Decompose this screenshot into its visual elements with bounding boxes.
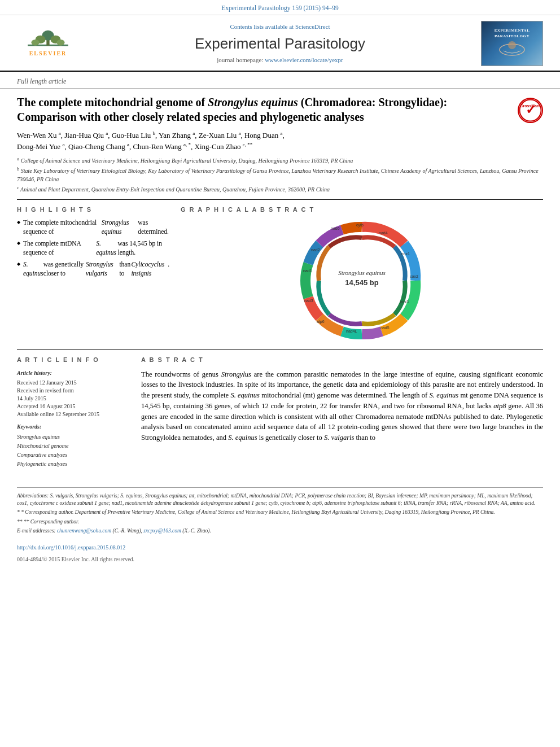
article-type-label: Full length article [17,77,66,85]
elsevier-wordmark: ELSEVIER [29,50,67,58]
mitochondrial-genome-diagram: Strongylus equinus 14,545 bp nad4 cox1 c… [300,219,424,343]
svg-point-8 [508,41,516,49]
science-direct-link: Contents lists available at ScienceDirec… [90,23,470,31]
svg-text:nad4: nad4 [379,231,388,235]
accepted-date: Accepted 16 August 2015 [17,403,130,410]
svg-text:nad2: nad2 [311,248,320,252]
keyword-1: Strongylus equinus [17,434,60,440]
keyword-4: Phylogenetic analyses [17,461,67,467]
highlights-column: H I G H L I G H T S The complete mitocho… [17,206,169,343]
journal-reference: Experimental Parasitology 159 (2015) 94–… [221,5,339,11]
article-info-column: A R T I C L E I N F O Article history: R… [17,356,130,473]
svg-text:CrossMark: CrossMark [520,104,540,108]
corresponding-author-2: ** ** Corresponding author. [17,518,543,526]
affiliation-a: a College of Animal Science and Veterina… [17,156,543,165]
title-species: Strongylus equinus [208,96,298,108]
article-info-abstract-section: A R T I C L E I N F O Article history: R… [17,350,543,473]
copyright: 0014-4894/© 2015 Elsevier Inc. All right… [0,554,560,568]
svg-text:nad5: nad5 [380,326,390,330]
highlights-list: The complete mitochondrial sequence of S… [17,219,169,278]
affiliation-c: c Animal and Plant Department, Quanzhou … [17,185,543,194]
keywords-list: Strongylus equinus Mitochondrial genome … [17,433,130,469]
article-title: The complete mitochondrial genome of Str… [17,95,509,124]
crossmark-badge: ✓ CrossMark [518,98,543,123]
highlight-item-2: The complete mtDNA sequence of S. equinu… [17,239,169,257]
journal-cover: EXPERIMENTALPARASITOLOGY [475,21,549,66]
journal-header: ELSEVIER Contents lists available at Sci… [0,15,560,72]
abstract-column: A B S T R A C T The roundworms of genus … [141,356,543,473]
title-prefix: The complete mitochondrial genome of [17,96,208,108]
graphical-abstract-diagram: Strongylus equinus 14,545 bp nad4 cox1 c… [181,219,543,343]
elsevier-logo: ELSEVIER [17,29,79,58]
footer-notes: Abbreviations: S. vulgaris, Strongylus v… [0,488,560,541]
cover-text: EXPERIMENTALPARASITOLOGY [482,27,542,59]
affiliation-b: b State Key Laboratory of Veterinary Eti… [17,166,543,183]
journal-cover-image: EXPERIMENTALPARASITOLOGY [481,21,543,66]
svg-text:nad6: nad6 [331,226,340,230]
svg-text:Strongylus equinus: Strongylus equinus [338,269,386,276]
article-info-heading: A R T I C L E I N F O [17,356,130,364]
affiliations: a College of Animal Science and Veterina… [17,156,543,194]
svg-text:14,545 bp: 14,545 bp [345,278,378,287]
highlight-item-1: The complete mitochondrial sequence of S… [17,219,169,236]
revised-label: Received in revised form [17,387,130,395]
crossmark-svg: ✓ CrossMark [519,99,542,122]
authors: Wen-Wen Xu a, Jian-Hua Qiu a, Guo-Hua Li… [17,130,543,152]
graphical-abstract-column: G R A P H I C A L A B S T R A C T [181,206,543,343]
abstract-text: The roundworms of genus Strongylus are t… [141,369,543,443]
svg-text:cytb: cytb [356,223,364,228]
revised-date: 14 July 2015 [17,395,130,403]
keyword-2: Mitochondrial genome [17,443,68,449]
elsevier-branding: ELSEVIER [11,29,85,58]
corresponding-author-1: * * Corresponding author. Department of … [17,509,543,516]
journal-homepage: journal homepage: www.elsevier.com/locat… [90,56,470,64]
email-addresses: E-mail addresses: chunrenwang@sohu.com (… [17,527,543,535]
received-date: Received 12 January 2015 [17,379,130,387]
svg-text:cox1: cox1 [401,252,410,256]
highlights-graphical-section: H I G H L I G H T S The complete mitocho… [17,199,543,343]
svg-text:nad3: nad3 [304,299,313,303]
svg-text:atp6: atp6 [317,320,325,324]
doi-anchor[interactable]: http://dx.doi.org/10.1016/j.exppara.2015… [17,544,125,551]
email-link-2[interactable]: zxcpxy@163.com [143,528,181,534]
svg-text:nad4L: nad4L [346,329,357,333]
svg-text:cox2: cox2 [410,274,418,278]
article-history: Article history: Received 12 January 201… [17,369,130,418]
highlights-heading: H I G H L I G H T S [17,206,169,214]
article-title-section: The complete mitochondrial genome of Str… [17,95,543,124]
journal-title: Experimental Parasitology [90,33,470,54]
abstract-heading: A B S T R A C T [141,356,543,364]
journal-url[interactable]: www.elsevier.com/locate/yexpr [265,56,343,63]
article-type-section: Full length article [0,72,560,89]
cover-graphic [495,40,529,56]
svg-point-6 [56,40,64,46]
journal-reference-bar: Experimental Parasitology 159 (2015) 94–… [0,0,560,15]
svg-point-5 [31,40,39,46]
elsevier-tree-icon [23,29,73,49]
keyword-3: Comparative analyses [17,452,67,458]
main-content: The complete mitochondrial genome of Str… [0,89,560,478]
available-date: Available online 12 September 2015 [17,410,130,418]
journal-info-center: Contents lists available at ScienceDirec… [85,23,475,65]
graphical-abstract-heading: G R A P H I C A L A B S T R A C T [181,206,543,214]
crossmark-icon: ✓ CrossMark [518,98,543,123]
svg-text:nad1: nad1 [303,269,312,273]
doi-link: http://dx.doi.org/10.1016/j.exppara.2015… [0,541,560,554]
page: Experimental Parasitology 159 (2015) 94–… [0,0,560,747]
highlight-item-3: S. equinus was genetically closer to Str… [17,260,169,278]
keywords-title: Keywords: [17,423,130,431]
article-history-title: Article history: [17,369,130,377]
science-direct-anchor[interactable]: ScienceDirect [295,23,330,30]
abbreviations-note: Abbreviations: S. vulgaris, Strongylus v… [17,492,543,508]
keywords-group: Keywords: Strongylus equinus Mitochondri… [17,423,130,469]
email-link-1[interactable]: chunrenwang@sohu.com [57,528,111,534]
svg-text:cox3: cox3 [400,300,409,304]
